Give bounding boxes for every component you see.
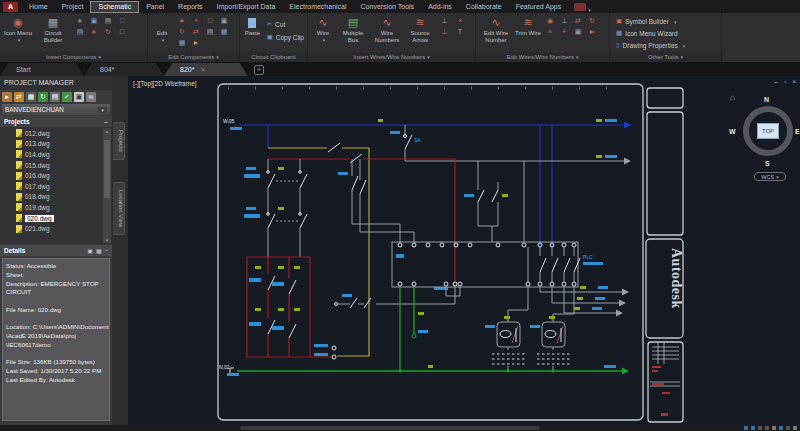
mini-tool-icon[interactable] bbox=[571, 17, 585, 25]
mini-tool-icon[interactable] bbox=[585, 17, 599, 25]
project-dropdown[interactable]: BANVEDIENCHUAN ▾ bbox=[2, 104, 110, 115]
panel-label[interactable]: Circuit Clipboard bbox=[240, 52, 307, 62]
list-item[interactable]: 015.dwg bbox=[16, 160, 112, 171]
list-item[interactable]: 018.dwg bbox=[16, 192, 112, 203]
pin-icon[interactable]: ▣ bbox=[87, 247, 93, 254]
collapse-icon[interactable]: – bbox=[104, 118, 108, 125]
mini-tool-icon[interactable] bbox=[73, 17, 87, 25]
ribbon-tab-addins[interactable]: Add-ins bbox=[421, 0, 459, 13]
mini-tool-icon[interactable] bbox=[87, 17, 101, 25]
panel-label[interactable]: Insert Wires/Wire Numbers bbox=[308, 52, 475, 62]
compass-south[interactable]: S bbox=[765, 160, 770, 167]
mini-tool-icon[interactable] bbox=[437, 17, 451, 25]
minimize-icon[interactable]: – bbox=[774, 78, 778, 85]
panel-label[interactable]: Insert Components bbox=[0, 52, 147, 62]
tab-804[interactable]: 804* bbox=[84, 63, 164, 76]
ribbon-tab-featured-apps[interactable]: Featured Apps bbox=[509, 0, 569, 13]
mini-tool-icon[interactable] bbox=[115, 17, 129, 24]
list-item[interactable]: 014.dwg bbox=[16, 149, 112, 160]
status-toggle-icon[interactable] bbox=[758, 426, 762, 430]
ribbon-tab-import-export[interactable]: Import/Export Data bbox=[210, 0, 283, 13]
compass-west[interactable]: W bbox=[729, 128, 736, 135]
mini-tool-icon[interactable] bbox=[453, 28, 467, 35]
status-toggle-icon[interactable] bbox=[779, 426, 783, 430]
viewport-controls-label[interactable]: [-][Top][2D Wireframe] bbox=[133, 80, 197, 87]
compass-north[interactable]: N bbox=[764, 96, 769, 103]
panel-label[interactable]: Other Tools bbox=[610, 52, 721, 62]
icon-menu-wizard-button[interactable]: Icon Menu Wizard bbox=[613, 27, 718, 39]
mini-tool-icon[interactable] bbox=[543, 17, 557, 25]
mini-tool-icon[interactable] bbox=[453, 17, 467, 24]
mini-tool-icon[interactable] bbox=[175, 28, 189, 36]
compass-east[interactable]: E bbox=[795, 128, 800, 135]
tab-820[interactable]: 820*✕ bbox=[164, 63, 248, 76]
paste-button[interactable]: Paste bbox=[243, 15, 262, 37]
tab-start[interactable]: Start bbox=[0, 63, 84, 76]
close-icon[interactable]: ✕ bbox=[200, 67, 205, 73]
ribbon-tab-electromechanical[interactable]: Electromechanical bbox=[282, 0, 353, 13]
details-header[interactable]: Details ▣▦– bbox=[0, 245, 112, 256]
grid-icon[interactable]: ▤ bbox=[50, 92, 60, 102]
status-toggle-icon[interactable] bbox=[744, 426, 748, 430]
mini-tool-icon[interactable] bbox=[189, 39, 203, 46]
panel-label[interactable]: Edit Wires/Wire Numbers bbox=[476, 52, 609, 62]
ribbon-tab-project[interactable]: Project bbox=[55, 0, 91, 13]
copy-clip-button[interactable]: Copy Clip bbox=[264, 31, 304, 43]
wire-button[interactable]: Wire bbox=[311, 15, 335, 44]
ribbon-tab-reports[interactable]: Reports bbox=[171, 0, 210, 13]
ribbon-tab-panel[interactable]: Panel bbox=[139, 0, 171, 13]
mini-tool-icon[interactable] bbox=[87, 28, 101, 36]
mini-tool-icon[interactable] bbox=[203, 17, 217, 24]
save-icon[interactable]: ▦ bbox=[26, 92, 36, 102]
home-icon[interactable]: ⌂ bbox=[730, 93, 735, 102]
collapse-icon[interactable]: – bbox=[105, 247, 108, 254]
refresh-icon[interactable]: ↻ bbox=[38, 92, 48, 102]
edit-wire-number-button[interactable]: Edit Wire Number bbox=[479, 15, 513, 44]
report-icon[interactable]: ▣ bbox=[74, 92, 84, 102]
drawing-properties-button[interactable]: Drawing Properties bbox=[613, 39, 718, 51]
mini-tool-icon[interactable] bbox=[217, 28, 231, 36]
mini-tool-icon[interactable] bbox=[115, 28, 129, 35]
check-icon[interactable]: ✓ bbox=[62, 92, 72, 102]
status-toggle-icon[interactable] bbox=[765, 426, 769, 430]
mini-tool-icon[interactable] bbox=[101, 17, 115, 25]
workspace-icon[interactable] bbox=[574, 3, 586, 11]
new-tab-button[interactable]: + bbox=[254, 65, 264, 75]
trim-wire-button[interactable]: Trim Wire bbox=[515, 15, 541, 37]
mini-tool-icon[interactable] bbox=[543, 28, 557, 35]
ribbon-tab-conversion-tools[interactable]: Conversion Tools bbox=[354, 0, 422, 13]
ribbon-tab-collaborate[interactable]: Collaborate bbox=[459, 0, 509, 13]
mini-tool-icon[interactable] bbox=[101, 28, 115, 36]
mini-tool-icon[interactable] bbox=[189, 17, 203, 24]
mini-tool-icon[interactable] bbox=[571, 28, 585, 36]
open-project-icon[interactable]: ⇄ bbox=[14, 92, 24, 102]
side-tab-location-view[interactable]: Location View bbox=[113, 182, 125, 235]
file-list-scrollbar[interactable]: ▴▾ bbox=[103, 128, 111, 243]
mini-tool-icon[interactable] bbox=[217, 17, 231, 25]
viewcube-top-face[interactable]: TOP bbox=[757, 123, 779, 139]
link-icon[interactable]: ∞ bbox=[86, 92, 96, 102]
list-item[interactable]: 017.dwg bbox=[16, 181, 112, 192]
ribbon-tab-schematic[interactable]: Schematic bbox=[90, 1, 139, 13]
mini-tool-icon[interactable] bbox=[557, 17, 571, 25]
restore-icon[interactable]: ▫ bbox=[784, 78, 786, 85]
mini-tool-icon[interactable] bbox=[437, 28, 451, 36]
command-line-strip[interactable] bbox=[240, 426, 540, 430]
new-project-icon[interactable]: ▸ bbox=[2, 92, 12, 102]
source-arrow-button[interactable]: Source Arrow bbox=[405, 15, 435, 44]
close-icon[interactable]: × bbox=[792, 78, 796, 85]
mini-tool-icon[interactable] bbox=[175, 17, 189, 25]
multiple-bus-button[interactable]: Multiple Bus bbox=[337, 15, 369, 44]
status-toggle-icon[interactable] bbox=[793, 426, 797, 430]
panel-label[interactable]: Edit Components bbox=[148, 52, 239, 62]
symbol-builder-button[interactable]: Symbol Builder bbox=[613, 15, 718, 27]
list-item[interactable]: 016.dwg bbox=[16, 170, 112, 181]
list-item[interactable]: 013.dwg bbox=[16, 139, 112, 150]
wcs-selector[interactable]: WCS bbox=[754, 172, 786, 181]
mini-tool-icon[interactable] bbox=[189, 28, 203, 36]
status-toggle-icon[interactable] bbox=[786, 426, 790, 430]
wire-numbers-button[interactable]: Wire Numbers bbox=[371, 15, 403, 44]
projects-section-header[interactable]: Projects – bbox=[0, 116, 112, 127]
side-tab-projects[interactable]: Projects bbox=[113, 122, 125, 160]
list-item[interactable]: 012.dwg bbox=[16, 128, 112, 139]
